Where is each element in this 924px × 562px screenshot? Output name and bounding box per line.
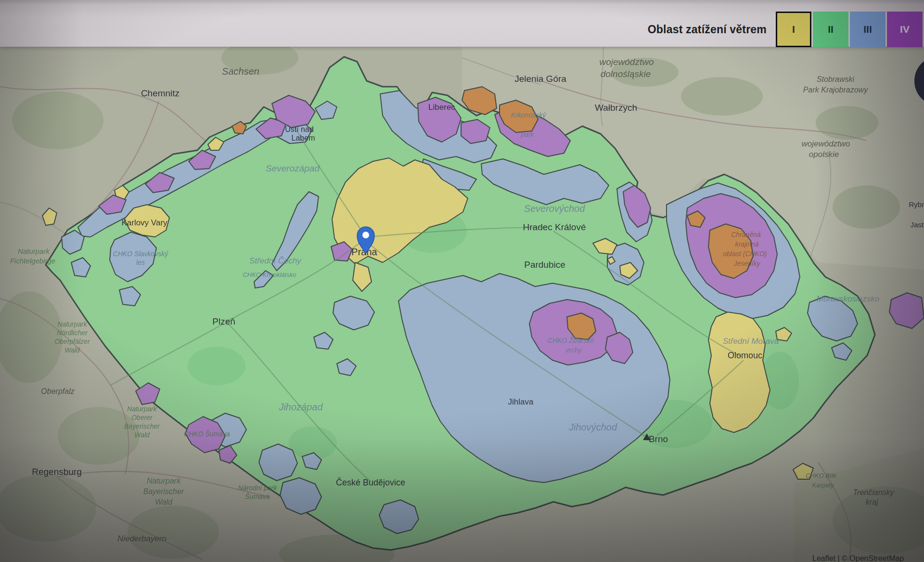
- label-walbrzych: Wałbrzych: [595, 103, 637, 113]
- label-np-sumava-2: Šumava: [245, 493, 270, 500]
- label-trenciansky-2: kraj: [866, 498, 878, 506]
- label-bayerischer-3: Wald: [155, 498, 173, 506]
- label-trenciansky-1: Trenčiansky: [853, 488, 894, 497]
- label-chko-jeseniky-3: oblast (CHKO): [723, 250, 767, 258]
- label-np-sumava-1: Národní park: [238, 484, 278, 492]
- label-plzen: Plzeň: [212, 316, 235, 327]
- label-stobrawski-2: Park Krajobrazowy: [803, 86, 868, 94]
- label-jastrzebie-partial: Jastr: [911, 221, 924, 229]
- label-usti-2: Labem: [292, 134, 315, 142]
- label-fichtel-1: Naturpark: [18, 247, 50, 255]
- label-nordlicher-3: Oberpfälzer: [54, 338, 90, 345]
- label-olomouc: Olomouc: [728, 351, 762, 360]
- label-jihozapad: Jihozápad: [278, 402, 323, 412]
- label-chko-bile-2: Karpaty: [812, 482, 834, 489]
- label-usti-1: Ústí nad: [285, 125, 314, 133]
- label-oberer-1: Naturpark: [127, 405, 157, 413]
- label-jihlava: Jihlava: [508, 397, 534, 406]
- label-woj-dolnoslaskie-1: województwo: [600, 57, 654, 67]
- label-chko-jeseniky-2: krajinná: [735, 240, 758, 248]
- label-nordlicher-4: Wald: [64, 346, 80, 354]
- label-stredni-cechy: Střední Čechy: [249, 256, 302, 265]
- label-hradec-kralove: Hradec Králové: [523, 222, 586, 232]
- label-karlovy-vary: Karlovy Vary: [121, 218, 167, 227]
- label-nordlicher-2: Nördlicher: [57, 329, 88, 337]
- label-regensburg: Regensburg: [32, 467, 82, 477]
- label-woj-opolskie-2: opolskie: [809, 150, 839, 159]
- label-oberer-3: Bayerischer: [124, 422, 160, 430]
- label-chko-krivoklatsko: CHKO Křivoklátsko: [243, 271, 296, 278]
- label-krnap-1: Krkonošský: [511, 111, 546, 119]
- label-rybnik-partial: Rybn: [909, 200, 924, 209]
- label-liberec: Liberec: [428, 103, 455, 112]
- wind-zone-legend: Oblast zatížení větrem I II III IV: [648, 12, 923, 47]
- label-stredni-morava: Střední Morava: [723, 337, 779, 346]
- label-krnap-2: park: [520, 131, 534, 138]
- screen-photo: Sachsen Chemnitz Jelenia Góra województw…: [0, 0, 924, 562]
- label-chemnitz: Chemnitz: [141, 88, 180, 98]
- label-jihovychod: Jihovýchod: [568, 422, 617, 432]
- label-chko-slavkovsky-1: CHKO Slavkovský: [113, 250, 168, 258]
- label-oberpfalz: Oberpfalz: [41, 387, 74, 395]
- legend-title: Oblast zatížení větrem: [648, 23, 767, 36]
- label-chko-zdarske-1: CHKO Žďárské: [548, 337, 594, 344]
- label-severozapad: Severozápad: [266, 163, 320, 173]
- label-chko-zdarske-2: vrchy: [565, 346, 582, 354]
- label-stobrawski-1: Stobrawski: [817, 75, 855, 83]
- label-niederbayern: Niederbayern: [117, 534, 167, 543]
- label-chko-bile-1: CHKO Bílé: [806, 472, 836, 479]
- label-chko-jeseniky-1: Chráněná: [731, 231, 761, 238]
- label-chko-jeseniky-4: Jeseníky: [733, 260, 760, 267]
- label-jelenia-gora: Jelenia Góra: [514, 74, 566, 84]
- wind-zone-button-iv[interactable]: IV: [887, 12, 923, 47]
- label-woj-opolskie-1: województwo: [801, 139, 850, 148]
- label-woj-dolnoslaskie-2: dolnośląskie: [601, 69, 651, 79]
- label-brno: Brno: [649, 434, 668, 444]
- map-attribution[interactable]: Leaflet | © OpenStreetMap: [812, 554, 904, 562]
- map-container: Sachsen Chemnitz Jelenia Góra województw…: [0, 0, 924, 562]
- label-moravskoslezsko: Moravskoslezsko: [817, 294, 879, 303]
- label-severovychod: Severovýchod: [524, 203, 586, 214]
- label-oberer-4: Wald: [134, 431, 150, 439]
- wind-zone-button-ii[interactable]: II: [813, 12, 848, 47]
- label-nordlicher-1: Naturpark: [57, 320, 87, 328]
- label-chko-sumava: CHKO Šumava: [184, 430, 230, 438]
- wind-map-canvas[interactable]: Sachsen Chemnitz Jelenia Góra województw…: [0, 0, 924, 562]
- label-oberer-2: Oberer: [131, 414, 153, 421]
- label-fichtel-2: Fichtelgebirge: [10, 257, 55, 265]
- wind-zone-button-iii[interactable]: III: [850, 12, 886, 47]
- label-pardubice: Pardubice: [524, 260, 565, 270]
- label-bayerischer-2: Bayerischer: [143, 487, 184, 496]
- label-sachsen: Sachsen: [222, 66, 259, 77]
- label-chko-slavkovsky-2: les: [136, 259, 145, 266]
- wind-zone-button-i[interactable]: I: [776, 12, 811, 47]
- label-ceske-budejovice: České Budějovice: [336, 477, 405, 487]
- label-bayerischer-1: Naturpark: [147, 477, 181, 485]
